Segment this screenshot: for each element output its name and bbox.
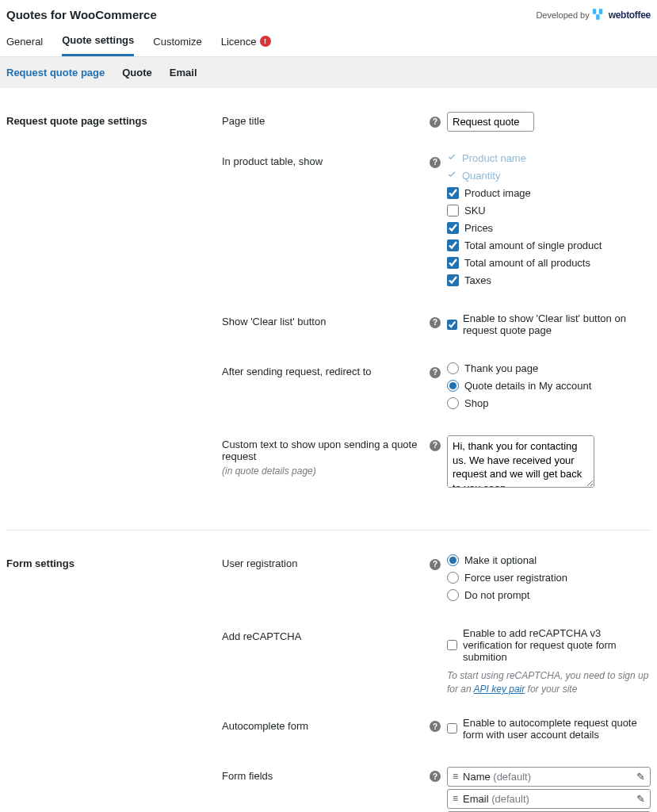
section-form-settings-title: Form settings — [6, 554, 222, 812]
autocomplete-checkbox[interactable] — [447, 722, 457, 734]
userreg-option-label: Force user registration — [464, 572, 567, 584]
form-field-row[interactable]: ≡Name (default)✎ — [447, 767, 651, 787]
page-title-label: Page title — [222, 112, 430, 127]
inproduct-checkbox[interactable] — [447, 187, 459, 199]
inproduct-checkbox[interactable] — [447, 222, 459, 234]
edit-icon[interactable]: ✎ — [636, 771, 645, 783]
inproduct-option-label: Prices — [464, 222, 493, 234]
formfields-label: Form fields — [222, 767, 430, 782]
inproduct-option-label: Taxes — [464, 274, 491, 286]
redirect-option-label: Thank you page — [464, 362, 538, 374]
form-fields-list: ≡Name (default)✎≡Email (default)✎≡Phone … — [447, 767, 651, 812]
help-icon[interactable]: ? — [430, 157, 441, 168]
customtext-label: Custom text to show upon sending a quote… — [222, 439, 430, 462]
help-icon[interactable]: ? — [430, 440, 441, 451]
clearlist-checkbox[interactable] — [447, 319, 457, 331]
redirect-radio[interactable] — [447, 362, 459, 374]
page-title-input[interactable] — [447, 112, 534, 132]
alert-badge-icon: ! — [260, 36, 271, 47]
userreg-option[interactable]: Force user registration — [447, 572, 651, 584]
form-field-name: Name (default) — [463, 771, 531, 783]
recaptcha-checkbox[interactable] — [447, 639, 457, 651]
drag-handle-icon[interactable]: ≡ — [453, 793, 458, 804]
userreg-option[interactable]: Do not prompt — [447, 589, 651, 601]
help-icon[interactable]: ? — [430, 771, 441, 782]
inproduct-option[interactable]: Total amount of single product — [447, 239, 651, 251]
redirect-radio[interactable] — [447, 397, 459, 409]
redirect-option-label: Shop — [464, 397, 488, 409]
section-request-quote-title: Request quote page settings — [6, 112, 222, 511]
inproduct-checkbox[interactable] — [447, 205, 459, 216]
tab-customize[interactable]: Customize — [153, 28, 201, 56]
drag-handle-icon[interactable]: ≡ — [453, 771, 458, 782]
help-icon[interactable]: ? — [430, 117, 441, 128]
userreg-label: User registration — [222, 554, 430, 569]
inproduct-option-label: SKU — [464, 205, 486, 216]
subtab-request-quote-page[interactable]: Request quote page — [6, 67, 105, 79]
webtoffee-mark-icon: ▚▘ — [593, 10, 605, 20]
tab-quote-settings[interactable]: Quote settings — [62, 28, 134, 56]
developed-by-text: Developed by — [536, 10, 589, 20]
edit-icon[interactable]: ✎ — [636, 793, 645, 805]
userreg-radio[interactable] — [447, 554, 459, 566]
autocomplete-option-label: Enable to autocomplete request quote for… — [463, 717, 651, 741]
redirect-option[interactable]: Shop — [447, 397, 651, 409]
form-field-row[interactable]: ≡Email (default)✎ — [447, 789, 651, 809]
customtext-sublabel: (in quote details page) — [222, 465, 430, 477]
inproduct-option[interactable]: Taxes — [447, 274, 651, 286]
inproduct-option: Quantity — [447, 170, 651, 182]
secondary-tabs: Request quote pageQuoteEmail — [0, 57, 657, 88]
inproduct-checkbox[interactable] — [447, 257, 459, 269]
clearlist-option-label: Enable to show 'Clear list' button on re… — [463, 312, 651, 336]
recaptcha-label: Add reCAPTCHA — [222, 627, 430, 642]
inproduct-option[interactable]: Prices — [447, 222, 651, 234]
inproduct-option[interactable]: SKU — [447, 205, 651, 216]
userreg-radio-group: Make it optionalForce user registrationD… — [447, 554, 651, 601]
inproduct-option-label: Total amount of all products — [464, 257, 590, 269]
help-icon[interactable]: ? — [430, 367, 441, 378]
developed-by: Developed by ▚▘ webtoffee — [536, 10, 651, 21]
check-locked-icon — [447, 170, 456, 182]
recaptcha-note: To start using reCAPTCHA, you need to si… — [447, 669, 651, 696]
autocomplete-label: Autocomplete form — [222, 717, 430, 732]
recaptcha-option-label: Enable to add reCAPTCHA v3 verification … — [463, 627, 651, 663]
help-icon[interactable]: ? — [430, 721, 441, 732]
redirect-label: After sending request, redirect to — [222, 362, 430, 377]
customtext-textarea[interactable] — [447, 435, 594, 488]
userreg-radio[interactable] — [447, 572, 459, 584]
inproduct-checkbox-group: Product nameQuantityProduct imageSKUPric… — [447, 152, 651, 286]
api-key-pair-link[interactable]: API key pair — [474, 684, 525, 695]
tab-licence[interactable]: Licence! — [221, 28, 271, 56]
help-icon[interactable]: ? — [430, 559, 441, 570]
form-field-name: Email (default) — [463, 793, 529, 805]
clearlist-option[interactable]: Enable to show 'Clear list' button on re… — [447, 312, 651, 336]
userreg-radio[interactable] — [447, 589, 459, 601]
inproduct-checkbox[interactable] — [447, 274, 459, 286]
inproduct-checkbox[interactable] — [447, 239, 459, 251]
subtab-email[interactable]: Email — [170, 67, 197, 79]
clearlist-label: Show 'Clear list' button — [222, 312, 430, 327]
subtab-quote[interactable]: Quote — [122, 67, 152, 79]
inproduct-option-label: Product name — [462, 152, 526, 164]
redirect-radio-group: Thank you pageQuote details in My accoun… — [447, 362, 651, 409]
tab-general[interactable]: General — [6, 28, 43, 56]
redirect-option[interactable]: Thank you page — [447, 362, 651, 374]
userreg-option-label: Make it optional — [464, 554, 537, 566]
page-title: Quotes for WooCommerce — [6, 8, 157, 21]
inproduct-option[interactable]: Total amount of all products — [447, 257, 651, 269]
primary-tabs: GeneralQuote settingsCustomizeLicence! — [0, 28, 657, 57]
userreg-option-label: Do not prompt — [464, 589, 529, 601]
recaptcha-option[interactable]: Enable to add reCAPTCHA v3 verification … — [447, 627, 651, 663]
section-divider — [6, 530, 651, 530]
inproduct-label: In product table, show — [222, 152, 430, 167]
inproduct-option-label: Product image — [464, 187, 531, 199]
userreg-option[interactable]: Make it optional — [447, 554, 651, 566]
help-icon[interactable]: ? — [430, 317, 441, 328]
redirect-option[interactable]: Quote details in My account — [447, 380, 651, 392]
check-locked-icon — [447, 152, 456, 164]
inproduct-option-label: Quantity — [462, 170, 500, 182]
inproduct-option[interactable]: Product image — [447, 187, 651, 199]
inproduct-option-label: Total amount of single product — [464, 239, 602, 251]
redirect-radio[interactable] — [447, 380, 459, 392]
autocomplete-option[interactable]: Enable to autocomplete request quote for… — [447, 717, 651, 741]
